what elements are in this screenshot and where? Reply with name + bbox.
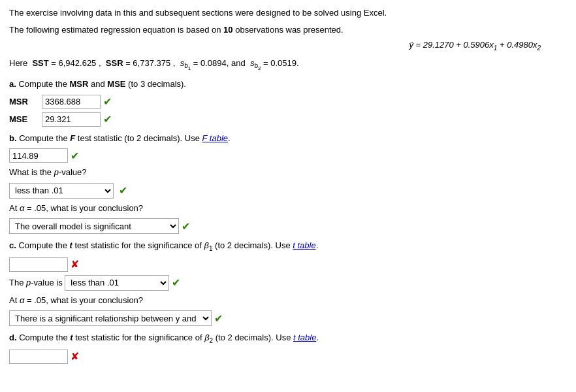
- part-d-label: d. Compute the t test statistic for the …: [9, 331, 567, 346]
- intro-text2: The following estimated regression equat…: [9, 25, 223, 35]
- obs-count: 10: [223, 25, 232, 35]
- b2-sub: b2: [254, 62, 261, 69]
- t-table-link-c[interactable]: t table: [293, 240, 315, 250]
- f-table-link[interactable]: F table: [202, 133, 229, 143]
- part-b: b. Compute the F test statistic (to 2 de…: [9, 132, 567, 235]
- t-stat-row-c: ✘: [9, 257, 567, 272]
- intro-line2: The following estimated regression equat…: [9, 24, 567, 37]
- pvalue-text: What is the p-value?: [9, 167, 87, 177]
- mse-row: MSE ✔: [9, 112, 567, 127]
- intro-line1: The exercise involving data in this and …: [9, 7, 567, 20]
- f-label: F: [70, 133, 75, 143]
- ssr-label: SSR: [106, 58, 123, 68]
- msr-input[interactable]: [42, 95, 101, 109]
- msr-row: MSR ✔: [9, 95, 567, 109]
- beta2-sub: 2: [210, 337, 214, 344]
- mse-text: MSE: [107, 79, 125, 89]
- t-stat-x-icon-d: ✘: [71, 350, 79, 363]
- part-a: a. Compute the MSR and MSE (to 3 decimal…: [9, 78, 567, 127]
- pvalue-row: less than .01 between .01 and .025 betwe…: [9, 183, 567, 199]
- sst-label: SST: [32, 58, 48, 68]
- f-stat-input[interactable]: [9, 148, 68, 163]
- t-stat-x-icon-c: ✘: [71, 258, 79, 270]
- pvalue-select[interactable]: less than .01 between .01 and .025 betwe…: [9, 183, 114, 199]
- alpha-question-b: At α = .05, what is your conclusion?: [9, 202, 567, 215]
- pvalue-question: What is the p-value?: [9, 166, 567, 179]
- msr-check-icon: ✔: [103, 95, 112, 108]
- t-table-link-d[interactable]: t table: [293, 333, 316, 342]
- beta1-sub: 1: [209, 245, 213, 252]
- t-stat-input-c[interactable]: [9, 257, 68, 272]
- pvalue-check-icon: ✔: [119, 184, 127, 197]
- part-b-letter: b.: [9, 133, 17, 143]
- f-stat-row: ✔: [9, 148, 567, 163]
- t-label-d: t: [70, 333, 72, 342]
- conclusion-row-c: There is a significant relationship betw…: [9, 310, 567, 326]
- t-stat-row-d: ✘: [9, 350, 567, 364]
- b1-sub: b1: [184, 62, 191, 69]
- equation-row: ŷ = 29.1270 + 0.5906x1 + 0.4980x2: [9, 40, 567, 52]
- pvalue-label-c: The p-value is: [9, 278, 63, 287]
- beta1-label: β: [204, 240, 208, 250]
- mse-label: MSE: [9, 114, 42, 124]
- msr-label: MSR: [9, 97, 42, 106]
- mse-input[interactable]: [42, 112, 101, 127]
- intro-suffix: observations was presented.: [233, 25, 344, 35]
- conclusion-check-b-icon: ✔: [182, 220, 190, 233]
- pvalue-row-c: The p-value is less than .01 between .01…: [9, 275, 567, 291]
- part-b-label: b. Compute the F test statistic (to 2 de…: [9, 132, 567, 145]
- t-label-c: t: [70, 240, 72, 250]
- part-c-label: c. Compute the t test statistic for the …: [9, 239, 567, 253]
- beta2-label: β: [204, 333, 209, 342]
- t-stat-input-d[interactable]: [9, 350, 68, 364]
- f-stat-check-icon: ✔: [71, 150, 79, 162]
- conclusion-select-c[interactable]: There is a significant relationship betw…: [9, 310, 212, 326]
- part-d: d. Compute the t test statistic for the …: [9, 331, 567, 364]
- given-values: Here SST = 6,942.625 , SSR = 6,737.375 ,…: [9, 57, 567, 73]
- part-a-label: a. Compute the MSR and MSE (to 3 decimal…: [9, 78, 567, 91]
- regression-equation: ŷ = 29.1270 + 0.5906x1 + 0.4980x2: [409, 40, 541, 52]
- conclusion-row-b: The overall model is significant The ove…: [9, 218, 567, 234]
- pvalue-check-c-icon: ✔: [172, 276, 180, 289]
- conclusion-select-b[interactable]: The overall model is significant The ove…: [9, 218, 179, 234]
- intro-text1: The exercise involving data in this and …: [9, 8, 387, 18]
- msr-text: MSR: [70, 79, 89, 89]
- part-a-letter: a.: [9, 79, 16, 89]
- alpha-question-c: At α = .05, what is your conclusion?: [9, 294, 567, 307]
- part-c-letter: c.: [9, 240, 16, 250]
- part-d-letter: d.: [9, 333, 17, 342]
- pvalue-select-c[interactable]: less than .01 between .01 and .025 betwe…: [65, 275, 169, 291]
- conclusion-check-c-icon: ✔: [214, 312, 223, 325]
- part-c: c. Compute the t test statistic for the …: [9, 239, 567, 326]
- mse-check-icon: ✔: [103, 113, 112, 125]
